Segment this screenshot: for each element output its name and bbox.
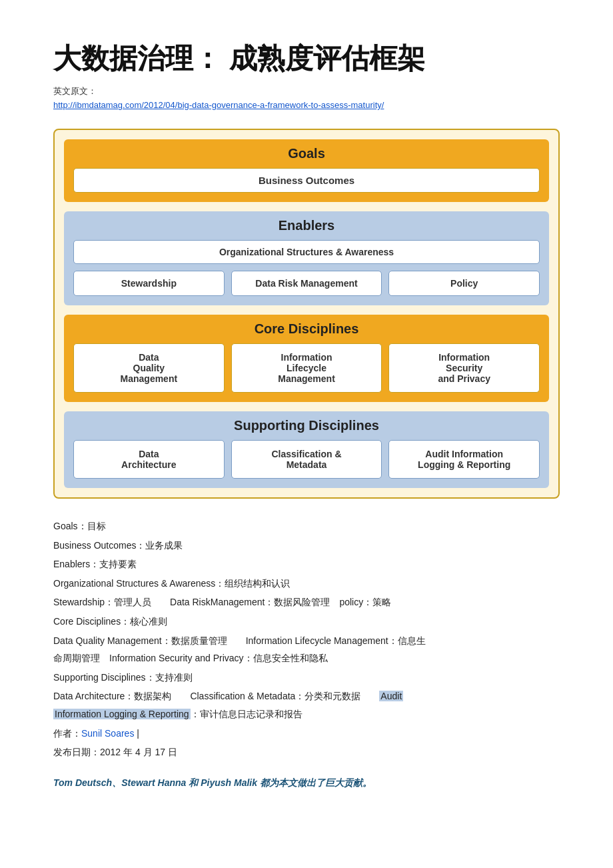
annotation-goals: Goals：目标 <box>53 517 560 535</box>
enablers-title: Enablers <box>73 218 540 233</box>
business-outcomes-box: Business Outcomes <box>73 168 540 193</box>
classification-metadata-cell: Classification &Metadata <box>231 440 382 479</box>
data-quality-cell: DataQualityManagement <box>73 343 225 393</box>
goals-title: Goals <box>73 146 540 161</box>
annotation-stewardship: Stewardship：管理人员 Data RiskManagement：数据风… <box>53 593 560 611</box>
annotation-date: 发布日期：2012 年 4 月 17 日 <box>53 743 560 761</box>
supporting-disciplines-section: Supporting Disciplines DataArchitecture … <box>64 411 549 488</box>
page-title: 大数据治理： 成熟度评估框架 <box>53 40 560 77</box>
annotation-business-outcomes: Business Outcomes：业务成果 <box>53 537 560 555</box>
supporting-title: Supporting Disciplines <box>73 418 540 433</box>
source-link[interactable]: http://ibmdatamag.com/2012/04/big-data-g… <box>53 100 560 110</box>
annotation-data-arch: Data Architecture：数据架构 Classification & … <box>53 687 560 723</box>
annotation-author: 作者：Sunil Soares | <box>53 725 560 743</box>
data-risk-cell: Data Risk Management <box>231 271 382 296</box>
core-disciplines-section: Core Disciplines DataQualityManagement I… <box>64 315 549 402</box>
core-title: Core Disciplines <box>73 321 540 337</box>
source-label: 英文原文： <box>53 85 560 97</box>
annotations-section: Goals：目标 Business Outcomes：业务成果 Enablers… <box>53 517 560 761</box>
annotation-data-quality: Data Quality Management：数据质量管理 Informati… <box>53 632 560 667</box>
stewardship-cell: Stewardship <box>73 271 225 296</box>
annotation-core: Core Disciplines：核心准则 <box>53 613 560 631</box>
policy-cell: Policy <box>388 271 540 296</box>
data-architecture-cell: DataArchitecture <box>73 440 225 479</box>
goals-section: Goals Business Outcomes <box>64 139 549 202</box>
org-structures-box: Organizational Structures & Awareness <box>73 240 540 264</box>
supporting-row: DataArchitecture Classification &Metadat… <box>73 440 540 479</box>
info-lifecycle-cell: InformationLifecycleManagement <box>231 343 382 393</box>
audit-info-cell: Audit InformationLogging & Reporting <box>388 440 540 479</box>
contributors-line: Tom Deutsch、Stewart Hanna 和 Piyush Malik… <box>53 777 560 789</box>
annotation-supporting: Supporting Disciplines：支持准则 <box>53 669 560 687</box>
info-security-cell: InformationSecurityand Privacy <box>388 343 540 393</box>
core-row: DataQualityManagement InformationLifecyc… <box>73 343 540 393</box>
enablers-section: Enablers Organizational Structures & Awa… <box>64 211 549 305</box>
framework-diagram: Goals Business Outcomes Enablers Organiz… <box>53 129 560 499</box>
enablers-row: Stewardship Data Risk Management Policy <box>73 271 540 296</box>
annotation-enablers: Enablers：支持要素 <box>53 555 560 573</box>
annotation-org-structures: Organizational Structures & Awareness：组织… <box>53 575 560 593</box>
